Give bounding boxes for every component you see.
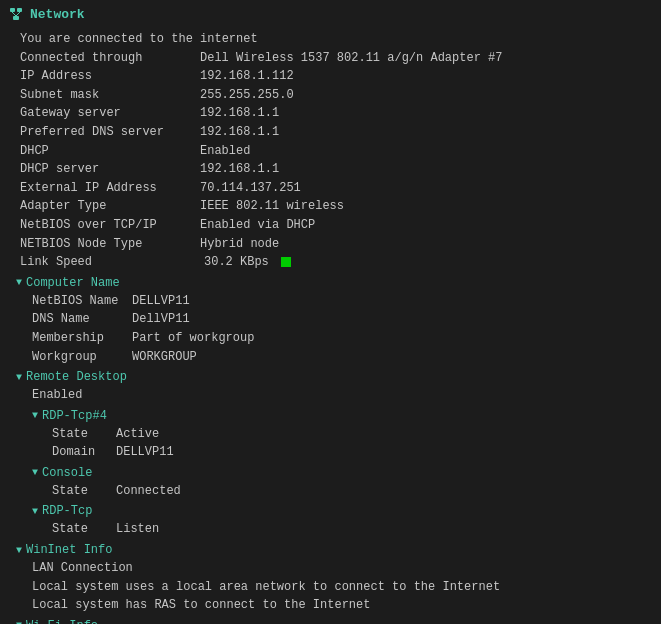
label-gateway: Gateway server: [20, 104, 200, 123]
rdp-tcp-section: ▼ RDP-Tcp State Listen: [32, 504, 653, 539]
info-row-external-ip: External IP Address 70.114.137.251: [20, 179, 653, 198]
row-dns-name: DNS Name DellVP11: [32, 310, 653, 329]
wifi-title: Wi-Fi Info: [26, 619, 98, 624]
label-connected-through: Connected through: [20, 49, 200, 68]
value-external-ip: 70.114.137.251: [200, 179, 301, 198]
svg-rect-0: [10, 8, 15, 12]
panel-title: Network: [30, 7, 85, 22]
network-panel: Network You are connected to the interne…: [0, 0, 661, 624]
wininet-section: ▼ WinInet Info LAN Connection Local syst…: [8, 543, 653, 615]
connected-label: You are connected to the internet: [20, 30, 258, 49]
row-rdp-domain: Domain DELLVP11: [52, 443, 653, 462]
label-rdp-tcp-state: State: [52, 520, 116, 539]
label-adapter-type: Adapter Type: [20, 197, 200, 216]
label-rdp-state: State: [52, 425, 116, 444]
computer-name-content: NetBIOS Name DELLVP11 DNS Name DellVP11 …: [8, 292, 653, 366]
console-arrow: ▼: [32, 467, 38, 478]
value-dns: 192.168.1.1: [200, 123, 279, 142]
label-link-speed: Link Speed: [20, 253, 200, 272]
value-netbios-name: DELLVP11: [132, 292, 190, 311]
value-console-state: Connected: [116, 482, 181, 501]
value-adapter-type: IEEE 802.11 wireless: [200, 197, 344, 216]
wininet-title: WinInet Info: [26, 543, 112, 557]
remote-desktop-arrow: ▼: [16, 372, 22, 383]
wininet-row-0: LAN Connection: [32, 559, 653, 578]
value-dhcp-server: 192.168.1.1: [200, 160, 279, 179]
info-row-netbios-node: NETBIOS Node Type Hybrid node: [20, 235, 653, 254]
value-rdp-tcp-state: Listen: [116, 520, 159, 539]
wifi-header[interactable]: ▼ Wi-Fi Info: [8, 619, 653, 624]
connected-status-row: You are connected to the internet: [20, 30, 653, 49]
remote-desktop-header[interactable]: ▼ Remote Desktop: [8, 370, 653, 384]
wininet-row-1: Local system uses a local area network t…: [32, 578, 653, 597]
rdp-tcp-title: RDP-Tcp: [42, 504, 92, 518]
label-rdp-domain: Domain: [52, 443, 116, 462]
info-row-netbios-tcp: NetBIOS over TCP/IP Enabled via DHCP: [20, 216, 653, 235]
wininet-row-2: Local system has RAS to connect to the I…: [32, 596, 653, 615]
info-row-gateway: Gateway server 192.168.1.1: [20, 104, 653, 123]
value-gateway: 192.168.1.1: [200, 104, 279, 123]
value-membership: Part of workgroup: [132, 329, 254, 348]
label-subnet: Subnet mask: [20, 86, 200, 105]
rdp-tcp4-title: RDP-Tcp#4: [42, 409, 107, 423]
rdp-tcp-content: State Listen: [32, 520, 653, 539]
svg-line-3: [12, 12, 16, 16]
value-workgroup: WORKGROUP: [132, 348, 197, 367]
label-ip: IP Address: [20, 67, 200, 86]
console-header[interactable]: ▼ Console: [32, 466, 653, 480]
console-content: State Connected: [32, 482, 653, 501]
label-dhcp-server: DHCP server: [20, 160, 200, 179]
wininet-content: LAN Connection Local system uses a local…: [8, 559, 653, 615]
label-dns-name: DNS Name: [32, 310, 132, 329]
row-membership: Membership Part of workgroup: [32, 329, 653, 348]
link-speed-indicator: [281, 257, 291, 267]
info-row-subnet: Subnet mask 255.255.255.0: [20, 86, 653, 105]
value-subnet: 255.255.255.0: [200, 86, 294, 105]
rdp-tcp4-content: State Active Domain DELLVP11: [32, 425, 653, 462]
value-netbios-node: Hybrid node: [200, 235, 279, 254]
info-row-dns: Preferred DNS server 192.168.1.1: [20, 123, 653, 142]
wininet-header[interactable]: ▼ WinInet Info: [8, 543, 653, 557]
remote-desktop-section: ▼ Remote Desktop Enabled ▼ RDP-Tcp#4 Sta…: [8, 370, 653, 539]
value-connected-through: Dell Wireless 1537 802.11 a/g/n Adapter …: [200, 49, 502, 68]
remote-desktop-status: Enabled: [32, 386, 653, 405]
title-bar: Network: [8, 6, 653, 22]
info-row-link-speed: Link Speed 30.2 KBps: [20, 253, 653, 272]
label-console-state: State: [52, 482, 116, 501]
info-row-ip: IP Address 192.168.1.112: [20, 67, 653, 86]
label-netbios-tcp: NetBIOS over TCP/IP: [20, 216, 200, 235]
label-workgroup: Workgroup: [32, 348, 132, 367]
row-console-state: State Connected: [52, 482, 653, 501]
remote-desktop-content: Enabled ▼ RDP-Tcp#4 State Active Domain …: [8, 386, 653, 539]
svg-rect-2: [13, 16, 19, 20]
rdp-tcp4-section: ▼ RDP-Tcp#4 State Active Domain DELLVP11: [32, 409, 653, 462]
rdp-tcp4-arrow: ▼: [32, 410, 38, 421]
value-dhcp: Enabled: [200, 142, 250, 161]
wifi-arrow: ▼: [16, 620, 22, 624]
value-ip: 192.168.1.112: [200, 67, 294, 86]
rdp-tcp-header[interactable]: ▼ RDP-Tcp: [32, 504, 653, 518]
rdp-tcp-arrow: ▼: [32, 506, 38, 517]
svg-rect-1: [17, 8, 22, 12]
computer-name-arrow: ▼: [16, 277, 22, 288]
console-title: Console: [42, 466, 92, 480]
label-external-ip: External IP Address: [20, 179, 200, 198]
value-dns-name: DellVP11: [132, 310, 190, 329]
console-section: ▼ Console State Connected: [32, 466, 653, 501]
info-row-adapter-type: Adapter Type IEEE 802.11 wireless: [20, 197, 653, 216]
info-row-dhcp-server: DHCP server 192.168.1.1: [20, 160, 653, 179]
row-rdp-tcp-state: State Listen: [52, 520, 653, 539]
computer-name-header[interactable]: ▼ Computer Name: [8, 276, 653, 290]
info-row-dhcp: DHCP Enabled: [20, 142, 653, 161]
label-membership: Membership: [32, 329, 132, 348]
value-netbios-tcp: Enabled via DHCP: [200, 216, 315, 235]
value-rdp-domain: DELLVP11: [116, 443, 174, 462]
label-dhcp: DHCP: [20, 142, 200, 161]
rdp-tcp4-header[interactable]: ▼ RDP-Tcp#4: [32, 409, 653, 423]
network-icon: [8, 6, 24, 22]
svg-line-4: [16, 12, 20, 16]
label-netbios-node: NETBIOS Node Type: [20, 235, 200, 254]
main-info: You are connected to the internet Connec…: [8, 30, 653, 272]
wifi-section: ▼ Wi-Fi Info Using native Wi-Fi API vers…: [8, 619, 653, 624]
row-netbios-name: NetBIOS Name DELLVP11: [32, 292, 653, 311]
